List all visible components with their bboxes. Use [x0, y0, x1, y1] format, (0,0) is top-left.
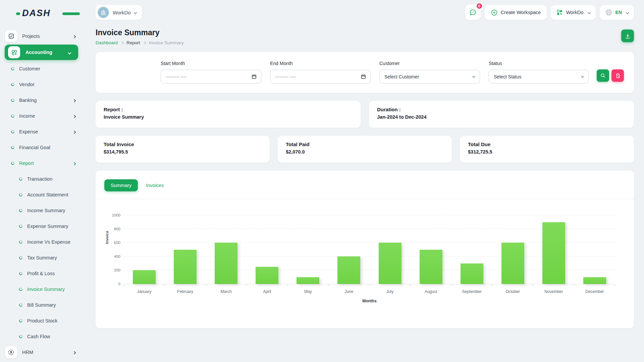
sidebar-item-projects[interactable]: Projects [0, 28, 83, 44]
workspace-selector[interactable]: WorkDo [96, 5, 142, 20]
reset-filter-button[interactable] [611, 69, 624, 82]
sidebar-item-hrm[interactable]: HRM [0, 344, 83, 360]
checkbox-icon [8, 33, 14, 39]
y-tick-label: 1000 [112, 213, 120, 217]
bullet-ring-icon [11, 129, 15, 133]
sidebar-item-expense-summary[interactable]: Expense Summary [0, 218, 83, 234]
y-axis-title: Invoice [105, 231, 109, 244]
sidebar-item-label: Income Vs Expense [27, 239, 70, 245]
logo-accent-bar [62, 12, 80, 15]
start-month-field: Start Month [161, 61, 261, 83]
sidebar-item-customer[interactable]: Customer [0, 61, 83, 76]
customer-field: Customer Select Customer [379, 61, 480, 83]
bar-august[interactable] [420, 250, 442, 284]
bar-december[interactable] [583, 277, 606, 284]
bar-june[interactable] [337, 256, 360, 284]
bar-october[interactable] [501, 243, 524, 284]
bar-slot-december [574, 215, 615, 284]
bar-may[interactable] [297, 277, 319, 284]
create-workspace-button[interactable]: Create Workspace [485, 5, 547, 20]
workspace-avatar [97, 6, 109, 18]
chevron-down-icon [626, 11, 629, 14]
grid-plus-icon-chip [8, 46, 20, 58]
sidebar-item-income-vs-expense[interactable]: Income Vs Expense [0, 234, 83, 250]
tab-summary[interactable]: Summary [104, 179, 138, 191]
sidebar-item-label: Income Summary [27, 208, 65, 213]
report-duration-row: Report : Invoice Summary Duration : Jan-… [96, 101, 634, 128]
sidebar-item-profit-loss[interactable]: Profit & Loss [0, 265, 83, 281]
sidebar-item-label: Expense [19, 129, 38, 134]
dash-logo[interactable]: DASH [22, 8, 72, 19]
start-month-input[interactable] [166, 74, 248, 79]
sidebar-item-income-summary[interactable]: Income Summary [0, 202, 83, 218]
sidebar-item-cash-flow[interactable]: Cash Flow [0, 328, 83, 344]
bar-july[interactable] [379, 243, 401, 284]
bullet-ring-icon [11, 114, 15, 118]
end-month-input[interactable] [275, 74, 358, 79]
report-label: Report : [104, 107, 353, 112]
top-bar: WorkDo 0 Create Workspace [96, 3, 634, 22]
bar-january[interactable] [133, 270, 156, 284]
sidebar-item-bill-summary[interactable]: Bill Summary [0, 297, 83, 313]
chat-badge: 0 [476, 3, 483, 9]
bullet-ring-icon [19, 303, 23, 307]
status-select[interactable]: Select Status [489, 70, 589, 83]
y-tick-label: 600 [114, 241, 120, 245]
workdo-menu-button[interactable]: WorkDo [551, 5, 595, 20]
sidebar-item-expense[interactable]: Expense [0, 124, 83, 139]
sidebar-item-product-stock[interactable]: Product Stock [0, 313, 83, 328]
x-tick-label: August [411, 289, 451, 294]
bullet-ring-icon [11, 66, 15, 70]
search-icon [600, 73, 606, 78]
bar-september[interactable] [461, 263, 483, 284]
sidebar-item-accounting[interactable]: Accounting [5, 45, 78, 60]
breadcrumb-item[interactable]: Dashboard [96, 40, 118, 45]
sidebar-item-report[interactable]: Report [0, 155, 83, 171]
status-select-value: Select Status [494, 74, 522, 79]
x-tick-label: June [328, 289, 369, 294]
breadcrumb-item[interactable]: Report [126, 40, 140, 45]
sidebar-item-account-statement[interactable]: Account Statement [0, 187, 83, 202]
topbar-right-group: 0 Create Workspace W [465, 5, 634, 20]
start-month-label: Start Month [161, 61, 261, 66]
chevron-down-icon [68, 49, 71, 55]
sidebar-nav: ProjectsAccountingCustomerVendorBankingI… [0, 28, 86, 360]
language-selector[interactable]: EN [600, 5, 634, 20]
x-tick-label: April [247, 289, 287, 294]
sidebar-item-income[interactable]: Income [0, 108, 83, 124]
bar-slot-august [411, 215, 451, 284]
sidebar-item-invoice-summary[interactable]: Invoice Summary [0, 281, 83, 297]
sidebar-item-tax-summary[interactable]: Tax Summary [0, 250, 83, 265]
customer-select[interactable]: Select Customer [379, 70, 480, 83]
tab-invoices[interactable]: Invoices [146, 183, 164, 188]
sidebar-item-vendor[interactable]: Vendor [0, 76, 83, 92]
hrm-icon [8, 349, 14, 356]
x-tick-label: September [451, 289, 492, 294]
sidebar-item-banking[interactable]: Banking [0, 92, 83, 108]
page-header: Invoice Summary DashboardReportInvoice S… [96, 28, 634, 45]
bar-february[interactable] [174, 250, 197, 284]
bullet-ring-icon [11, 82, 15, 86]
bar-march[interactable] [215, 243, 237, 284]
checkbox-icon-chip [5, 30, 17, 42]
bullet-ring-icon [19, 192, 23, 196]
bar-april[interactable] [256, 267, 278, 284]
bars-container [124, 215, 615, 284]
sidebar-item-transaction[interactable]: Transaction [0, 171, 83, 187]
bullet-ring-icon [11, 98, 15, 102]
sidebar-item-label: Account Statement [27, 192, 68, 197]
sidebar-item-label: Tax Summary [27, 255, 57, 260]
messages-button[interactable]: 0 [465, 5, 481, 20]
sidebar-item-financial-goal[interactable]: Financial Goal [0, 139, 83, 155]
search-button[interactable] [597, 69, 609, 82]
bar-november[interactable] [542, 222, 565, 284]
clear-filter-icon [615, 73, 621, 78]
x-tick-label: July [369, 289, 410, 294]
report-card: Report : Invoice Summary [96, 101, 361, 128]
x-axis-line [124, 284, 615, 286]
create-workspace-label: Create Workspace [501, 10, 541, 15]
calendar-icon[interactable] [361, 74, 366, 81]
calendar-icon[interactable] [251, 74, 257, 81]
download-button[interactable] [621, 29, 634, 42]
sidebar-item-label: Product Stock [27, 318, 57, 323]
